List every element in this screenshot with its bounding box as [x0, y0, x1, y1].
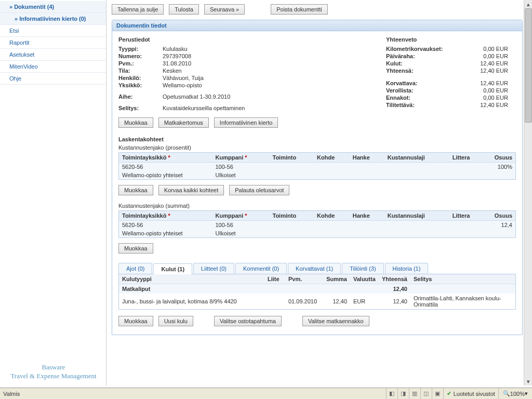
- status-icon[interactable]: ◨: [397, 388, 409, 399]
- status-icon[interactable]: ◧: [386, 388, 397, 399]
- tab-content-expenses: Kulutyyppi Liite Pvm. Summa Valuutta Yht…: [118, 274, 516, 310]
- zoom-control[interactable]: 🔍 100% ▾: [498, 388, 532, 399]
- trusted-sites[interactable]: ✔ Luotetut sivustot: [443, 388, 498, 399]
- vertical-scrollbar[interactable]: ▴ ▾: [524, 0, 532, 385]
- zoom-value: 100%: [510, 391, 525, 397]
- expense-group-row: Matkaliput 12,40: [119, 284, 515, 294]
- table-row[interactable]: Wellamo-opisto yhteisetUlkoiset: [119, 229, 516, 238]
- table-row[interactable]: 5620-56100-56 12,4: [119, 221, 516, 230]
- tab-expenses[interactable]: Kulut (1): [153, 263, 192, 274]
- save-close-button[interactable]: Tallenna ja sulje: [112, 4, 164, 15]
- sidebar-item-documents[interactable]: » Dokumentit (4): [0, 1, 106, 13]
- tab-history[interactable]: Historia (1): [385, 263, 429, 274]
- status-icon[interactable]: ▥: [409, 388, 420, 399]
- detail-tabs: Ajot (0) Kulut (1) Liitteet (0) Kommenti…: [118, 263, 516, 274]
- print-button[interactable]: Tulosta: [169, 4, 199, 15]
- replace-all-targets-button[interactable]: Korvaa kaikki kohteet: [158, 185, 224, 195]
- brand-name: Basware: [4, 363, 103, 372]
- table-row[interactable]: 5620-56100-56 100%: [119, 163, 516, 171]
- select-advance-button[interactable]: Valitse matkaennakko: [302, 316, 369, 326]
- alloc-pct-table: Toimintayksikkö * Kumppani * Toiminto Ko…: [118, 152, 516, 180]
- tab-posting[interactable]: Tiliöinti (3): [342, 263, 383, 274]
- restore-defaults-button[interactable]: Palauta oletusarvot: [229, 185, 289, 195]
- tab-reimbursable[interactable]: Korvattavat (1): [288, 263, 341, 274]
- zoom-icon: 🔍: [503, 390, 510, 397]
- browser-statusbar: Valmis ◧ ◨ ▥ ◫ ▣ ✔ Luotetut sivustot 🔍 1…: [0, 388, 532, 399]
- sidebar-item-info-cycle[interactable]: » Informatiivinen kierto (0): [0, 13, 106, 25]
- new-expense-button[interactable]: Uusi kulu: [158, 316, 193, 326]
- sidebar-item-settings[interactable]: Asetukset: [0, 49, 106, 61]
- tab-attachments[interactable]: Liitteet (0): [193, 263, 234, 274]
- trusted-sites-label: Luotetut sivustot: [454, 391, 495, 397]
- expense-table: Kulutyyppi Liite Pvm. Summa Valuutta Yht…: [119, 274, 515, 309]
- status-icon[interactable]: ◫: [420, 388, 432, 399]
- edit-alloc-sum-button[interactable]: Muokkaa: [118, 243, 153, 254]
- branding: Basware Travel & Expense Management: [4, 363, 103, 381]
- expense-row[interactable]: Juna-, bussi- ja laivaliput, kotimaa 8/9…: [119, 294, 515, 309]
- sidebar: » Dokumentit (4) » Informatiivinen kiert…: [0, 0, 107, 385]
- select-purchase-button[interactable]: Valitse ostotapahtuma: [214, 316, 282, 326]
- alloc-section-title: Laskentakohteet: [118, 136, 516, 142]
- next-button[interactable]: Seuraava »: [204, 4, 245, 15]
- sidebar-item-howto-video[interactable]: MitenVideo: [0, 61, 106, 73]
- alloc-sum-title: Kustannustenjako (summat): [118, 203, 516, 209]
- chevron-down-icon: ▾: [525, 390, 528, 397]
- main-content: Tallenna ja sulje Tulosta Seuraava » Poi…: [107, 0, 532, 385]
- summary-title: Yhteenveto: [386, 36, 516, 43]
- brand-tagline: Travel & Expense Management: [4, 372, 103, 381]
- scroll-thumb[interactable]: [525, 8, 532, 123]
- sidebar-item-reports[interactable]: Raportit: [0, 37, 106, 49]
- status-icon[interactable]: ▣: [432, 388, 443, 399]
- edit-alloc-pct-button[interactable]: Muokkaa: [118, 185, 153, 195]
- edit-expense-button[interactable]: Muokkaa: [118, 316, 153, 326]
- travel-report-button[interactable]: Matkakertomus: [158, 117, 209, 128]
- basic-info-title: Perustiedot: [118, 36, 365, 43]
- scroll-up-icon[interactable]: ▴: [524, 0, 532, 8]
- sidebar-item-search[interactable]: Etsi: [0, 25, 106, 37]
- alloc-pct-title: Kustannustenjako (prosentit): [118, 144, 516, 151]
- alloc-sum-table: Toimintayksikkö * Kumppani * Toiminto Ko…: [118, 210, 516, 238]
- shield-icon: ✔: [447, 390, 451, 397]
- tab-comments[interactable]: Kommentit (0): [235, 263, 287, 274]
- status-text: Valmis: [0, 391, 386, 397]
- scroll-down-icon[interactable]: ▾: [524, 377, 532, 385]
- table-row[interactable]: Wellamo-opisto yhteisetUlkoiset: [119, 171, 516, 180]
- top-toolbar: Tallenna ja sulje Tulosta Seuraava » Poi…: [112, 4, 523, 15]
- document-panel: Dokumentin tiedot Perustiedot Tyyppi:Kul…: [112, 20, 523, 335]
- info-cycle-button[interactable]: Informatiivinen kierto: [214, 117, 278, 128]
- sidebar-item-help[interactable]: Ohje: [0, 73, 106, 85]
- edit-basic-button[interactable]: Muokkaa: [118, 117, 153, 128]
- delete-document-button[interactable]: Poista dokumentti: [271, 4, 327, 15]
- tab-drives[interactable]: Ajot (0): [118, 263, 152, 274]
- panel-title: Dokumentin tiedot: [112, 20, 522, 31]
